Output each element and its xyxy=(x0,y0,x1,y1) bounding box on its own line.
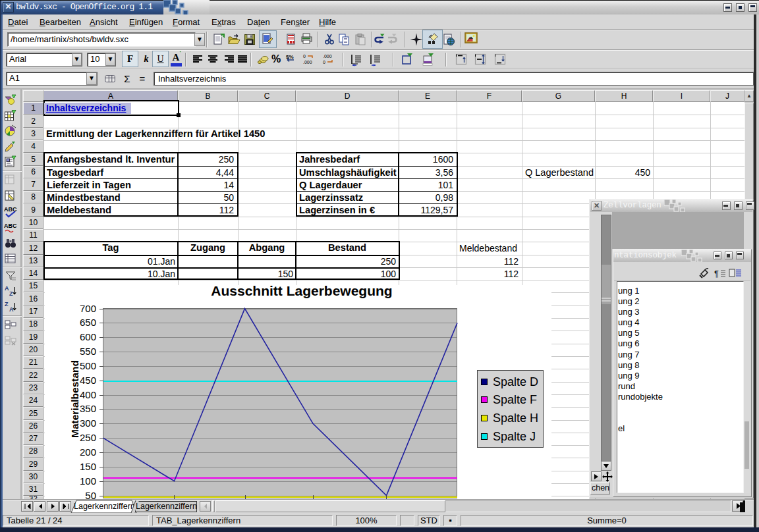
svg-text:0: 0 xyxy=(303,54,306,59)
svg-text:ABC: ABC xyxy=(4,223,17,229)
svg-text:A: A xyxy=(5,285,9,292)
svg-text:$%: $% xyxy=(286,54,294,60)
svg-text:Z: Z xyxy=(9,290,13,297)
svg-text:A: A xyxy=(9,306,14,313)
svg-text:.000: .000 xyxy=(323,54,332,59)
svg-text:0: 0 xyxy=(323,60,325,65)
svg-text:Z: Z xyxy=(5,301,9,307)
svg-text:.000: .000 xyxy=(303,60,312,65)
svg-text:¶: ¶ xyxy=(714,269,719,279)
